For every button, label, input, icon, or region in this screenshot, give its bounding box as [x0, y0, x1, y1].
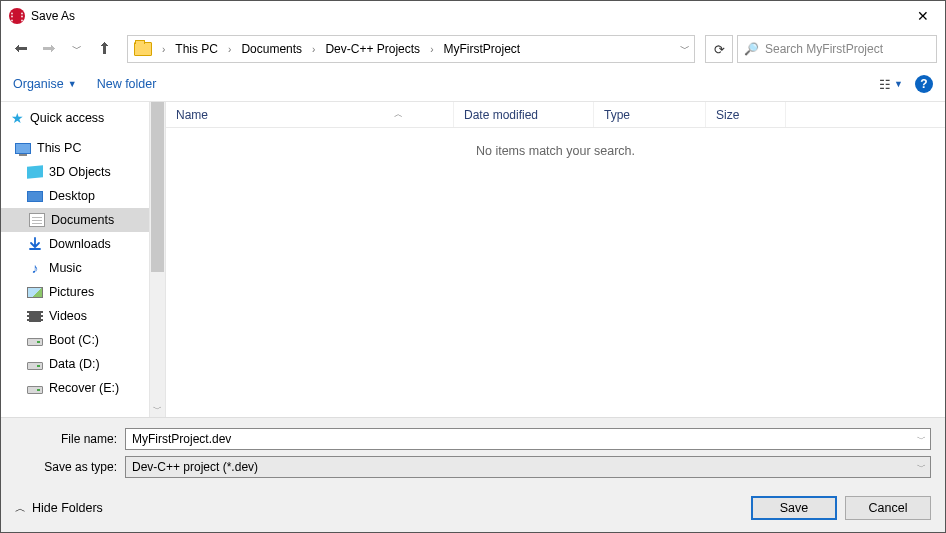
chevron-down-icon: ▼ [894, 79, 903, 89]
new-folder-button[interactable]: New folder [97, 77, 157, 91]
drive-icon [27, 386, 43, 394]
crumb-documents[interactable]: Documents [237, 42, 306, 56]
chevron-right-icon: › [224, 44, 235, 55]
crumb-this-pc[interactable]: This PC [171, 42, 222, 56]
column-date[interactable]: Date modified [454, 102, 594, 127]
help-button[interactable]: ? [915, 75, 933, 93]
view-icon: ☷ [879, 77, 890, 92]
filetype-label: Save as type: [15, 460, 125, 474]
sort-indicator-icon: ︿ [394, 108, 403, 121]
column-headers: Name ︿ Date modified Type Size [166, 102, 945, 128]
column-type[interactable]: Type [594, 102, 706, 127]
chevron-right-icon: › [426, 44, 437, 55]
desktop-icon [27, 191, 43, 202]
up-button[interactable]: 🠩 [93, 37, 117, 61]
tree-documents[interactable]: Documents [1, 208, 165, 232]
breadcrumb[interactable]: › This PC › Documents › Dev-C++ Projects… [127, 35, 695, 63]
filetype-select[interactable]: Dev-C++ project (*.dev) ﹀ [125, 456, 931, 478]
organise-menu[interactable]: Organise ▼ [13, 77, 77, 91]
tree-scrollbar[interactable]: ﹀ [149, 102, 165, 417]
breadcrumb-dropdown-icon[interactable]: ﹀ [680, 42, 690, 56]
chevron-up-icon: ︿ [15, 501, 26, 516]
hide-folders-toggle[interactable]: ︿ Hide Folders [15, 501, 103, 516]
tree-quick-access[interactable]: ★ Quick access [1, 106, 165, 130]
search-placeholder: Search MyFirstProject [765, 42, 883, 56]
drive-icon [27, 362, 43, 370]
close-button[interactable]: ✕ [900, 1, 945, 31]
empty-message: No items match your search. [166, 128, 945, 417]
column-size[interactable]: Size [706, 102, 786, 127]
save-button[interactable]: Save [751, 496, 837, 520]
tree-this-pc[interactable]: This PC [1, 136, 165, 160]
chevron-right-icon: › [158, 44, 169, 55]
refresh-button[interactable]: ⟳ [705, 35, 733, 63]
filename-label: File name: [15, 432, 125, 446]
download-icon [27, 237, 43, 251]
tree-drive-d[interactable]: Data (D:) [1, 352, 165, 376]
folder-tree: ★ Quick access This PC 3D Objects Deskto… [1, 102, 166, 417]
tree-music[interactable]: ♪ Music [1, 256, 165, 280]
chevron-down-icon[interactable]: ﹀ [917, 461, 926, 474]
filename-input[interactable]: MyFirstProject.dev ﹀ [125, 428, 931, 450]
app-icon: ⋮⋮ [9, 8, 25, 24]
scrollbar-thumb[interactable] [151, 102, 164, 272]
tree-videos[interactable]: Videos [1, 304, 165, 328]
chevron-down-icon: ▼ [68, 79, 77, 89]
tree-desktop[interactable]: Desktop [1, 184, 165, 208]
pc-icon [15, 143, 31, 154]
column-name[interactable]: Name ︿ [166, 102, 454, 127]
folder-icon [134, 42, 152, 56]
crumb-current[interactable]: MyFirstProject [439, 42, 524, 56]
cancel-button[interactable]: Cancel [845, 496, 931, 520]
document-icon [29, 213, 45, 227]
back-button[interactable]: 🠨 [9, 37, 33, 61]
cube-icon [27, 165, 43, 179]
view-button[interactable]: ☷ ▼ [879, 77, 903, 92]
pictures-icon [27, 287, 43, 298]
chevron-right-icon: › [308, 44, 319, 55]
tree-downloads[interactable]: Downloads [1, 232, 165, 256]
search-input[interactable]: 🔍 Search MyFirstProject [737, 35, 937, 63]
tree-drive-e[interactable]: Recover (E:) [1, 376, 165, 400]
star-icon: ★ [11, 110, 24, 126]
tree-3d-objects[interactable]: 3D Objects [1, 160, 165, 184]
chevron-down-icon[interactable]: ﹀ [917, 433, 926, 446]
recent-dropdown[interactable]: ﹀ [65, 37, 89, 61]
forward-button[interactable]: 🠪 [37, 37, 61, 61]
search-icon: 🔍 [744, 42, 759, 56]
scroll-down-icon[interactable]: ﹀ [150, 401, 165, 417]
tree-pictures[interactable]: Pictures [1, 280, 165, 304]
window-title: Save As [31, 9, 75, 23]
music-icon: ♪ [27, 260, 43, 276]
drive-icon [27, 338, 43, 346]
videos-icon [27, 311, 43, 322]
crumb-projects[interactable]: Dev-C++ Projects [321, 42, 424, 56]
tree-drive-c[interactable]: Boot (C:) [1, 328, 165, 352]
